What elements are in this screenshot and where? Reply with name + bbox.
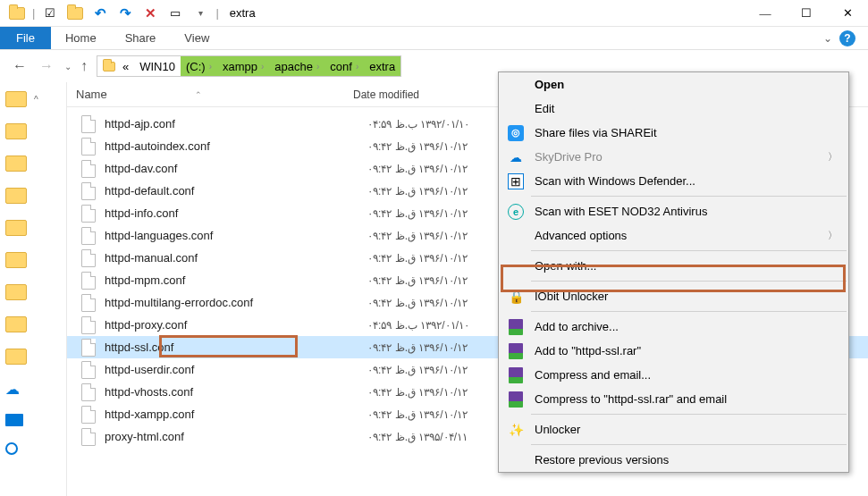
- cm-restore[interactable]: Restore previous versions: [499, 448, 848, 472]
- folder-icon[interactable]: [5, 349, 27, 365]
- file-name: httpd-mpm.conf: [105, 273, 367, 287]
- folder-icon[interactable]: [5, 91, 27, 107]
- breadcrumb-seg-1[interactable]: xampp›: [217, 56, 269, 76]
- cm-eset[interactable]: eScan with ESET NOD32 Antivirus: [499, 199, 848, 223]
- rar-icon: [508, 391, 524, 408]
- folder-icon[interactable]: [5, 252, 27, 268]
- folder-icon[interactable]: [5, 156, 27, 172]
- folder-icon: [103, 62, 115, 71]
- file-date: ۱۳۹۶/۱۰/۱۲ ق.ظ ۰۹:۴۲: [367, 297, 510, 309]
- history-dropdown[interactable]: ⌄: [64, 62, 72, 71]
- file-icon: [81, 160, 96, 178]
- breadcrumb-prefix[interactable]: «: [117, 56, 134, 76]
- file-icon: [81, 205, 96, 223]
- rename-button[interactable]: ▭: [165, 4, 185, 23]
- thispc-icon[interactable]: [5, 414, 23, 426]
- redo-button[interactable]: ↷: [115, 4, 135, 23]
- cm-add-rar[interactable]: Add to "httpd-ssl.rar": [499, 339, 848, 363]
- context-menu: Open Edit ◎Share files via SHAREit ☁SkyD…: [498, 71, 849, 473]
- cm-unlocker[interactable]: ✨Unlocker: [499, 417, 848, 441]
- qat-dropdown[interactable]: ▾: [190, 4, 210, 23]
- cm-open-with[interactable]: Open with...: [499, 254, 848, 278]
- breadcrumb-seg-0[interactable]: (C:)›: [181, 56, 217, 76]
- undo-button[interactable]: ↶: [90, 4, 110, 23]
- chevron-right-icon: 〉: [828, 150, 838, 164]
- properties-button[interactable]: ☑: [40, 4, 60, 23]
- file-date: ۱۳۹۶/۱۰/۱۲ ق.ظ ۰۹:۴۲: [367, 341, 510, 354]
- back-button[interactable]: ←: [11, 58, 29, 74]
- file-name: httpd-autoindex.conf: [105, 139, 367, 153]
- folder-icon[interactable]: [5, 284, 27, 300]
- file-date: ۱۳۹۶/۱۰/۱۲ ق.ظ ۰۹:۴۲: [367, 163, 510, 175]
- separator: [531, 196, 847, 197]
- file-date: ۱۳۹۶/۱۰/۱۲ ق.ظ ۰۹:۴۲: [367, 207, 510, 220]
- file-icon: [81, 339, 96, 357]
- file-icon: [81, 361, 96, 379]
- column-date[interactable]: Date modified: [353, 88, 496, 101]
- up-button[interactable]: ↑: [80, 58, 88, 74]
- folder-icon[interactable]: [5, 220, 27, 236]
- file-date: ۱۳۹۶/۱۰/۱۲ ق.ظ ۰۹:۴۲: [367, 386, 510, 399]
- breadcrumb-root[interactable]: WIN10: [134, 56, 181, 76]
- file-icon: [81, 294, 96, 312]
- forward-button[interactable]: →: [38, 58, 55, 74]
- separator: [531, 250, 847, 251]
- folder-icon[interactable]: [5, 188, 27, 204]
- sort-indicator-icon: ⌃: [195, 90, 202, 99]
- file-icon: [81, 272, 96, 290]
- cm-edit[interactable]: Edit: [499, 97, 848, 121]
- cm-compress-rar-email[interactable]: Compress to "httpd-ssl.rar" and email: [499, 387, 848, 411]
- onedrive-icon[interactable]: ☁: [5, 381, 20, 398]
- cm-iobit[interactable]: 🔒IObit Unlocker: [499, 284, 848, 308]
- file-icon: [81, 227, 96, 245]
- cm-shareit[interactable]: ◎Share files via SHAREit: [499, 121, 848, 145]
- file-name: httpd-userdir.conf: [105, 363, 367, 376]
- wand-icon: ✨: [508, 422, 524, 438]
- file-name: httpd-info.conf: [105, 206, 367, 220]
- folder-icon[interactable]: [5, 123, 27, 139]
- minimize-button[interactable]: —: [745, 0, 786, 27]
- folder-icon: [7, 4, 27, 23]
- cm-open[interactable]: Open: [499, 72, 848, 97]
- file-date: ۱۳۹۶/۱۰/۱۲ ق.ظ ۰۹:۴۲: [367, 408, 510, 421]
- file-icon: [81, 316, 96, 334]
- file-name: httpd-xampp.conf: [105, 408, 367, 421]
- close-button[interactable]: ✕: [827, 0, 868, 27]
- breadcrumb-seg-2[interactable]: apache›: [269, 56, 324, 76]
- folder-icon[interactable]: [5, 316, 27, 332]
- tab-home[interactable]: Home: [51, 27, 111, 49]
- maximize-button[interactable]: ☐: [786, 0, 827, 27]
- file-date: ۱۳۹۶/۱۰/۱۲ ق.ظ ۰۹:۴۲: [367, 230, 510, 242]
- file-name: httpd-proxy.conf: [105, 318, 367, 332]
- file-icon: [81, 182, 96, 200]
- delete-button[interactable]: ✕: [140, 4, 160, 23]
- new-folder-button[interactable]: [65, 4, 85, 23]
- cm-compress-email[interactable]: Compress and email...: [499, 363, 848, 387]
- breadcrumb-seg-4[interactable]: extra: [364, 56, 400, 76]
- breadcrumb-seg-3[interactable]: conf›: [324, 56, 364, 76]
- lock-icon: 🔒: [508, 289, 524, 305]
- tab-share[interactable]: Share: [111, 27, 171, 49]
- file-name: httpd-ajp.conf: [105, 117, 367, 130]
- help-button[interactable]: ?: [839, 30, 855, 46]
- file-tab[interactable]: File: [0, 27, 51, 49]
- separator: [531, 444, 847, 445]
- column-name[interactable]: Name⌃: [67, 88, 353, 101]
- network-icon[interactable]: [5, 442, 18, 455]
- tab-view[interactable]: View: [170, 27, 223, 49]
- file-icon: [81, 383, 96, 401]
- cm-defender[interactable]: ⊞Scan with Windows Defender...: [499, 169, 848, 193]
- breadcrumb[interactable]: « WIN10 (C:)› xampp› apache› conf› extra: [97, 55, 401, 77]
- file-icon: [81, 406, 96, 424]
- shareit-icon: ◎: [508, 125, 524, 141]
- cm-advanced-options[interactable]: Advanced options〉: [499, 223, 848, 248]
- cm-skydrive[interactable]: ☁SkyDrive Pro〉: [499, 145, 848, 169]
- file-date: ۱۳۹۶/۱۰/۱۲ ق.ظ ۰۹:۴۲: [367, 140, 510, 153]
- cm-add-archive[interactable]: Add to archive...: [499, 315, 848, 339]
- file-icon: [81, 138, 96, 156]
- ribbon-collapse-button[interactable]: ⌄: [823, 32, 832, 45]
- file-date: ۱۳۹۶/۱۰/۱۲ ق.ظ ۰۹:۴۲: [367, 364, 510, 376]
- titlebar: | ☑ ↶ ↷ ✕ ▭ ▾ | extra — ☐ ✕: [0, 0, 868, 27]
- nav-tree[interactable]: ^ ☁: [0, 82, 67, 496]
- file-date: ۱۳۹۲/۰۱/۱۰ ب.ظ ۰۴:۵۹: [367, 118, 510, 130]
